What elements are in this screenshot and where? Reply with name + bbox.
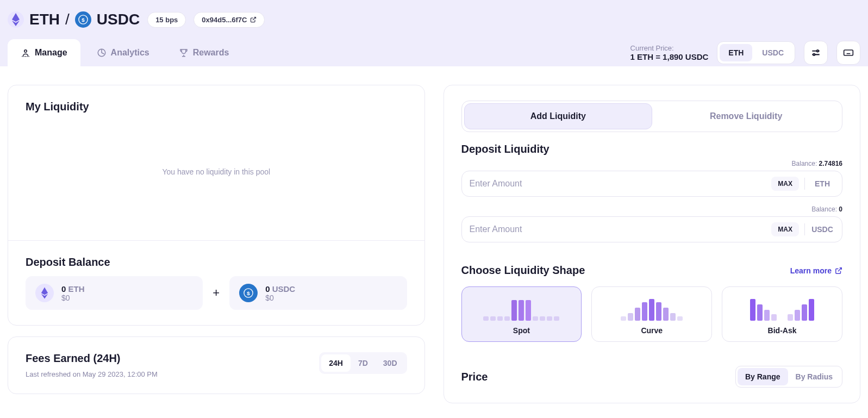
address-pill[interactable]: 0x94d5...6f7C [193,12,265,28]
eth-usd: $0 [61,294,85,302]
external-link-icon [835,267,842,274]
balance-eth-value: 2.74816 [819,160,842,167]
empty-liquidity-msg: You have no liquidity in this pool [26,118,407,225]
balance-usdc-value: 0 [839,205,842,213]
external-link-icon [250,16,257,23]
usdc-icon: $ [75,11,91,28]
fees-period-toggle: 24H 7D 30D [319,352,407,374]
plus-icon: + [213,286,220,300]
svg-text:$: $ [247,290,250,296]
divider [804,178,805,190]
shape-spot-label: Spot [469,326,575,335]
analytics-icon [97,48,107,58]
learn-more-link[interactable]: Learn more [790,266,842,275]
learn-more-label: Learn more [790,266,832,275]
shape-curve-label: Curve [598,326,705,335]
tab-rewards[interactable]: Rewards [166,39,242,66]
my-liquidity-card: My Liquidity You have no liquidity in th… [8,85,425,326]
by-range-button[interactable]: By Range [738,368,788,385]
denom-eth-button[interactable]: ETH [720,44,752,61]
input-usdc-row: MAX USDC [461,216,843,242]
eth-icon [35,284,54,302]
expand-button[interactable] [836,41,860,65]
remove-liquidity-button[interactable]: Remove Liquidity [652,103,840,129]
current-price: Current Price: 1 ETH = 1,890 USDC [630,44,709,61]
tab-manage[interactable]: Manage [8,39,80,66]
eth-label: ETH [810,179,834,188]
svg-point-2 [24,50,27,53]
deposit-balance-usdc: $ 0 USDC $0 [229,276,407,310]
price-denom-toggle: ETH USDC [717,41,795,64]
price-mode-toggle: By Range By Radius [735,366,842,388]
my-liquidity-title: My Liquidity [26,101,407,113]
add-liquidity-card: Add Liquidity Remove Liquidity Deposit L… [444,85,861,403]
deposit-liquidity-title: Deposit Liquidity [461,143,843,155]
usdc-icon: $ [239,284,258,302]
spot-shape-icon [469,297,575,321]
price-value: 1 ETH = 1,890 USDC [630,52,709,61]
period-24h-button[interactable]: 24H [321,354,351,372]
usdc-amount: 0 [265,284,270,294]
sliders-icon [810,47,821,58]
period-7d-button[interactable]: 7D [351,354,376,372]
tab-rewards-label: Rewards [193,48,229,58]
balance-usdc-line: Balance: 0 [461,205,843,213]
deposit-balance-title: Deposit Balance [26,256,407,269]
main-tabs: Manage Analytics Rewards [8,39,242,66]
usdc-label: USDC [810,225,834,234]
usdc-usd: $0 [265,294,295,302]
pair-title: ETH / $ USDC [8,11,140,28]
add-remove-toggle: Add Liquidity Remove Liquidity [461,101,843,132]
token0-symbol: ETH [29,11,60,28]
eth-symbol: ETH [68,284,85,294]
svg-point-4 [817,50,819,52]
deposit-balance-eth: 0 ETH $0 [26,276,203,310]
fee-tier-pill: 15 bps [147,12,186,28]
shape-bidask[interactable]: Bid-Ask [722,286,842,342]
shape-curve[interactable]: Curve [591,286,712,342]
fees-title: Fees Earned (24H) [26,352,158,365]
curve-shape-icon [598,297,705,321]
shape-spot[interactable]: Spot [461,286,582,342]
bidask-shape-icon [729,297,835,321]
shape-title: Choose Liquidity Shape [461,264,585,277]
svg-rect-6 [844,50,853,55]
eth-amount: 0 [61,284,66,294]
amount-eth-input[interactable] [470,179,766,189]
fees-subtitle: Last refreshed on May 29 2023, 12:00 PM [26,370,158,378]
pair-slash: / [65,11,70,28]
input-eth-row: MAX ETH [461,171,843,197]
tab-analytics[interactable]: Analytics [84,39,163,66]
svg-text:$: $ [82,17,85,23]
max-usdc-button[interactable]: MAX [771,222,799,236]
fees-card: Fees Earned (24H) Last refreshed on May … [8,336,425,394]
tab-manage-label: Manage [35,48,67,58]
address-text: 0x94d5...6f7C [202,16,247,24]
period-30d-button[interactable]: 30D [376,354,405,372]
manage-icon [21,48,30,58]
divider [804,223,805,235]
rewards-icon [179,48,189,58]
settings-button[interactable] [804,41,828,65]
usdc-symbol: USDC [272,284,296,294]
keyboard-icon [843,49,854,57]
eth-icon [8,11,24,28]
price-title: Price [461,371,488,383]
amount-usdc-input[interactable] [470,224,766,234]
add-liquidity-button[interactable]: Add Liquidity [464,103,653,129]
balance-eth-line: Balance: 2.74816 [461,160,843,167]
by-radius-button[interactable]: By Radius [788,368,840,385]
max-eth-button[interactable]: MAX [771,177,799,191]
svg-point-5 [813,54,815,55]
tab-analytics-label: Analytics [111,48,149,58]
token1-symbol: USDC [97,11,140,28]
price-label: Current Price: [630,44,709,52]
shape-bidask-label: Bid-Ask [729,326,835,335]
denom-usdc-button[interactable]: USDC [753,44,792,61]
